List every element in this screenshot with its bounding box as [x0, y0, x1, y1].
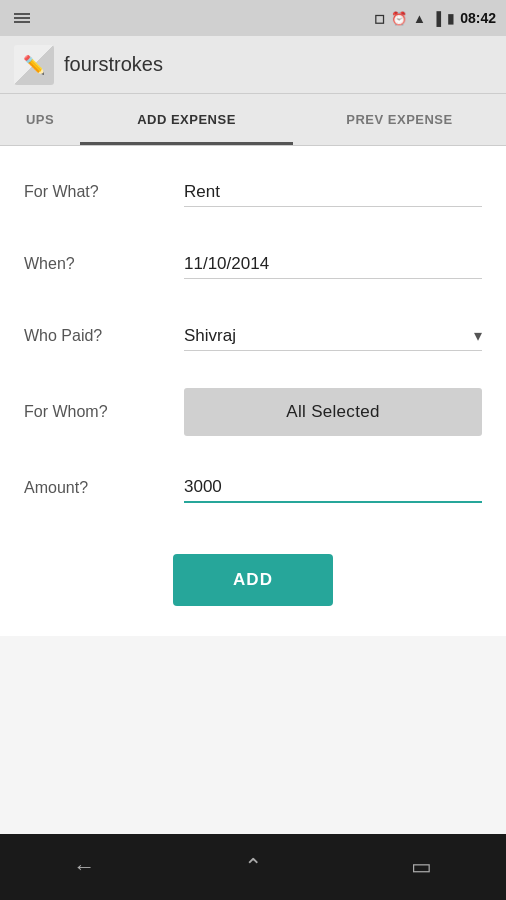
when-row: When?	[0, 228, 506, 300]
app-title: fourstrokes	[64, 53, 163, 76]
when-value-container	[184, 250, 482, 279]
bottom-nav: ← ⌃ ▭	[0, 834, 506, 900]
time-display: 08:42	[460, 10, 496, 26]
who-paid-value: Shivraj ▾	[184, 322, 482, 351]
when-input[interactable]	[184, 250, 482, 279]
home-button[interactable]: ⌃	[228, 847, 278, 887]
for-what-value-container	[184, 178, 482, 207]
main-content: For What? When? Who Paid? Shivraj ▾ For …	[0, 146, 506, 636]
wifi-icon: ▲	[413, 11, 426, 26]
recents-icon: ▭	[411, 854, 432, 880]
status-bar: ◻ ⏰ ▲ ▐ ▮ 08:42	[0, 0, 506, 36]
tab-prev-expense[interactable]: PREV EXPENSE	[293, 94, 506, 145]
who-paid-value-container: Shivraj ▾	[184, 322, 482, 351]
amount-label: Amount?	[24, 479, 184, 497]
for-what-row: For What?	[0, 156, 506, 228]
for-what-input[interactable]	[184, 178, 482, 207]
amount-row: Amount?	[0, 452, 506, 524]
app-bar: ✏️ fourstrokes	[0, 36, 506, 94]
who-paid-text: Shivraj	[184, 326, 236, 346]
back-icon: ←	[73, 854, 95, 880]
for-what-label: For What?	[24, 183, 184, 201]
back-button[interactable]: ←	[59, 847, 109, 887]
tab-groups[interactable]: UPS	[0, 94, 80, 145]
alarm-icon: ⏰	[391, 11, 407, 26]
for-whom-row: For Whom? All Selected	[0, 372, 506, 452]
all-selected-button[interactable]: All Selected	[184, 388, 482, 436]
menu-bars-icon	[10, 9, 34, 27]
add-button-container: ADD	[0, 524, 506, 626]
for-whom-value-container: All Selected	[184, 388, 482, 436]
add-button[interactable]: ADD	[173, 554, 333, 606]
who-paid-dropdown[interactable]: Shivraj ▾	[184, 322, 482, 351]
sim-icon: ◻	[374, 11, 385, 26]
app-logo: ✏️	[14, 45, 54, 85]
battery-icon: ▮	[447, 11, 454, 26]
status-bar-left	[10, 9, 34, 27]
tab-bar: UPS ADD EXPENSE PREV EXPENSE	[0, 94, 506, 146]
amount-value-container	[184, 473, 482, 503]
when-label: When?	[24, 255, 184, 273]
for-whom-label: For Whom?	[24, 403, 184, 421]
recents-button[interactable]: ▭	[397, 847, 447, 887]
who-paid-row: Who Paid? Shivraj ▾	[0, 300, 506, 372]
amount-input[interactable]	[184, 473, 482, 503]
tab-add-expense[interactable]: ADD EXPENSE	[80, 94, 293, 145]
who-paid-label: Who Paid?	[24, 327, 184, 345]
status-bar-right: ◻ ⏰ ▲ ▐ ▮ 08:42	[374, 10, 496, 26]
signal-icon: ▐	[432, 11, 441, 26]
chevron-down-icon: ▾	[474, 326, 482, 345]
home-icon: ⌃	[244, 854, 262, 880]
